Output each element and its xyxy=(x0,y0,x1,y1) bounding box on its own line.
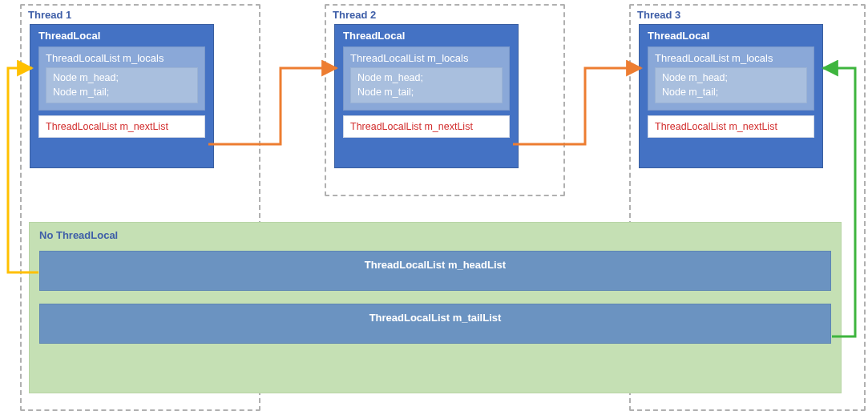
threadlocal-locals-title-3: ThreadLocalList m_locals xyxy=(655,50,807,67)
threadlocal-block-2: ThreadLocal ThreadLocalList m_locals Nod… xyxy=(334,24,519,168)
threadlocal-block-1: ThreadLocal ThreadLocalList m_locals Nod… xyxy=(30,24,214,168)
taillist-label: ThreadLocalList m_tailList xyxy=(369,312,502,324)
threadlocal-block-3: ThreadLocal ThreadLocalList m_locals Nod… xyxy=(639,24,823,168)
threadlocal-node-3: Node m_head; Node m_tail; xyxy=(655,67,807,103)
headlist-label: ThreadLocalList m_headList xyxy=(365,259,506,271)
node-head-3: Node m_head; xyxy=(662,72,728,83)
thread-title-3: Thread 3 xyxy=(631,6,864,24)
thread-title-2: Thread 2 xyxy=(326,6,563,24)
threadlocal-title-2: ThreadLocal xyxy=(335,25,518,43)
threadlocal-locals-2: ThreadLocalList m_locals Node m_head; No… xyxy=(343,46,510,111)
threadlocal-title-1: ThreadLocal xyxy=(30,25,213,43)
node-head-2: Node m_head; xyxy=(357,72,423,83)
threadlocal-locals-title-1: ThreadLocalList m_locals xyxy=(46,50,198,67)
threadlocal-node-2: Node m_head; Node m_tail; xyxy=(350,67,503,103)
thread-title-1: Thread 1 xyxy=(22,6,259,24)
threadlocal-nextlist-3: ThreadLocalList m_nextList xyxy=(648,115,814,138)
no-threadlocal-block: No ThreadLocal ThreadLocalList m_headLis… xyxy=(29,222,842,393)
threadlocal-locals-1: ThreadLocalList m_locals Node m_head; No… xyxy=(38,46,205,111)
threadlocal-title-3: ThreadLocal xyxy=(640,25,822,43)
node-tail-2: Node m_tail; xyxy=(357,87,414,98)
headlist-bar: ThreadLocalList m_headList xyxy=(39,251,831,291)
threadlocal-locals-title-2: ThreadLocalList m_locals xyxy=(350,50,503,67)
threadlocal-nextlist-1: ThreadLocalList m_nextList xyxy=(38,115,205,138)
taillist-bar: ThreadLocalList m_tailList xyxy=(39,304,831,344)
node-head-1: Node m_head; xyxy=(53,72,119,83)
node-tail-1: Node m_tail; xyxy=(53,87,109,98)
threadlocal-nextlist-2: ThreadLocalList m_nextList xyxy=(343,115,510,138)
no-threadlocal-title: No ThreadLocal xyxy=(30,223,841,246)
node-tail-3: Node m_tail; xyxy=(662,87,718,98)
threadlocal-locals-3: ThreadLocalList m_locals Node m_head; No… xyxy=(648,46,814,111)
threadlocal-node-1: Node m_head; Node m_tail; xyxy=(46,67,198,103)
